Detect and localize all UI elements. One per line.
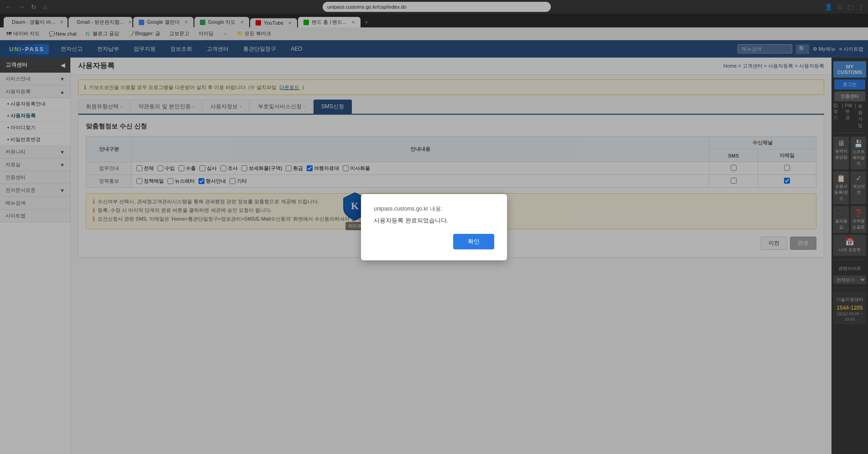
modal-footer: 확인 xyxy=(374,234,494,249)
modal-message: 사용자등록 완료되었습니다. xyxy=(374,216,494,225)
modal-box: unipass.customs.go.kr 내용: 사용자등록 완료되었습니다.… xyxy=(361,194,507,260)
modal-site: unipass.customs.go.kr 내용: xyxy=(374,205,494,213)
modal-overlay: unipass.customs.go.kr 내용: 사용자등록 완료되었습니다.… xyxy=(0,0,868,454)
modal-ok-button[interactable]: 확인 xyxy=(453,234,494,249)
